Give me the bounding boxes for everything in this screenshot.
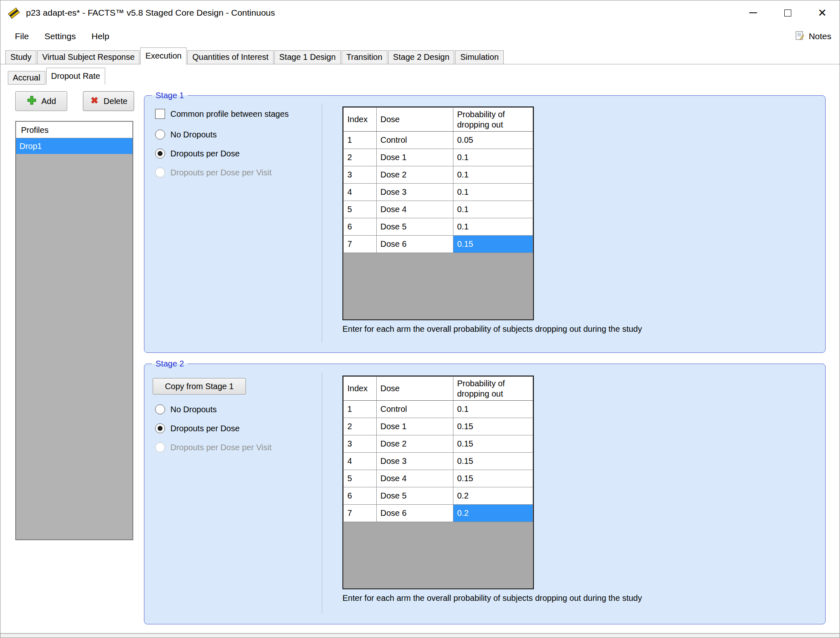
tab-virtual-subject-response[interactable]: Virtual Subject Response (37, 50, 139, 64)
stage1-dropout-table: IndexDoseProbability of dropping out1Con… (342, 106, 534, 320)
column-header[interactable]: Dose (377, 108, 453, 132)
column-header[interactable]: Index (344, 108, 377, 132)
radio-no-dropouts[interactable]: No Dropouts (155, 404, 217, 415)
table-cell[interactable]: 5 (344, 201, 377, 218)
table-cell[interactable]: Dose 6 (377, 505, 453, 522)
tab-quantities-of-interest[interactable]: Quantities of Interest (187, 50, 274, 64)
table-cell[interactable]: 7 (344, 236, 377, 253)
table-cell[interactable]: 6 (344, 218, 377, 236)
table-cell[interactable]: 0.1 (453, 201, 533, 218)
delete-button[interactable]: Delete (83, 91, 134, 111)
table-cell[interactable]: Dose 4 (377, 470, 453, 487)
table-cell[interactable]: 2 (344, 418, 377, 435)
table-cell[interactable]: Control (377, 132, 453, 149)
red-x-icon (90, 95, 99, 107)
table-cell[interactable]: 0.1 (453, 184, 533, 201)
table-cell[interactable]: Dose 6 (377, 236, 453, 253)
column-header[interactable]: Probability of dropping out (453, 108, 533, 132)
table-cell[interactable]: Dose 5 (377, 487, 453, 505)
table-cell[interactable]: 0.15 (453, 453, 533, 470)
table-cell[interactable]: Dose 2 (377, 435, 453, 453)
table-cell[interactable]: 0.1 (453, 401, 533, 418)
table-cell[interactable]: 0.15 (453, 435, 533, 453)
table-cell[interactable]: Dose 2 (377, 166, 453, 184)
profiles-list-header: Profiles (16, 122, 132, 138)
close-icon: ✕ (818, 7, 827, 18)
tab-stage-2-design[interactable]: Stage 2 Design (388, 50, 455, 64)
stage2-groupbox: Stage 2 Copy from Stage 1 No Dropouts Dr… (144, 364, 826, 624)
radio-dropouts-per-dose[interactable]: Dropouts per Dose (155, 148, 240, 159)
table-cell[interactable]: Dose 4 (377, 201, 453, 218)
copy-from-stage1-button[interactable]: Copy from Stage 1 (153, 378, 246, 395)
stage2-group-title: Stage 2 (152, 358, 188, 369)
delete-button-label: Delete (104, 97, 127, 106)
table-cell[interactable]: 2 (344, 149, 377, 166)
table-row: 3Dose 20.15 (344, 435, 533, 453)
radio-no-dropouts[interactable]: No Dropouts (155, 129, 217, 140)
table-cell[interactable]: 1 (344, 132, 377, 149)
maximize-button[interactable] (770, 0, 805, 25)
table-cell[interactable]: Dose 5 (377, 218, 453, 236)
table-cell[interactable]: 4 (344, 184, 377, 201)
title-bar: p23 adapt-es* - FACTS™ v5.8 Staged Core … (0, 0, 840, 25)
minimize-button[interactable] (736, 0, 770, 25)
table-cell[interactable]: 3 (344, 435, 377, 453)
table-cell[interactable]: 0.1 (453, 218, 533, 236)
app-window: p23 adapt-es* - FACTS™ v5.8 Staged Core … (0, 0, 840, 638)
table-cell[interactable]: 3 (344, 166, 377, 184)
table-cell[interactable]: 0.15 (453, 470, 533, 487)
dropout-rate-page: Add Delete Profiles Drop1 Stage 1 Common… (0, 85, 840, 634)
menu-item-file[interactable]: File (7, 25, 37, 47)
table-cell[interactable]: Dose 1 (377, 149, 453, 166)
table-cell[interactable]: 4 (344, 453, 377, 470)
table-cell[interactable]: 0.15 (453, 236, 533, 253)
tab-study[interactable]: Study (5, 50, 36, 64)
table-cell[interactable]: 0.2 (453, 505, 533, 522)
table-cell[interactable]: 6 (344, 487, 377, 505)
table-cell[interactable]: 0.1 (453, 149, 533, 166)
radio-dropouts-per-dose[interactable]: Dropouts per Dose (155, 423, 240, 434)
column-header[interactable]: Probability of dropping out (453, 377, 533, 401)
radio-icon-selected (155, 423, 165, 433)
stage1-table-caption: Enter for each arm the overall probabili… (342, 324, 642, 334)
menu-item-settings[interactable]: Settings (37, 25, 84, 47)
table-cell[interactable]: 0.05 (453, 132, 533, 149)
app-logo-icon[interactable] (7, 6, 20, 19)
tab-stage-1-design[interactable]: Stage 1 Design (274, 50, 341, 64)
subtab-dropout-rate[interactable]: Dropout Rate (46, 68, 105, 85)
checkbox-icon (155, 109, 165, 119)
close-button[interactable]: ✕ (805, 0, 840, 25)
main-tab-bar: StudyVirtual Subject ResponseExecutionQu… (0, 47, 840, 64)
table-cell[interactable]: 0.2 (453, 487, 533, 505)
table-cell[interactable]: 5 (344, 470, 377, 487)
table-row: 4Dose 30.1 (344, 184, 533, 201)
menu-bar: File Settings Help Notes (0, 25, 840, 47)
notes-button[interactable]: Notes (794, 30, 831, 43)
copy-from-stage1-button-label: Copy from Stage 1 (165, 382, 234, 391)
radio-dropouts-per-dose-per-visit-label: Dropouts per Dose per Visit (170, 443, 271, 452)
table-cell[interactable]: Dose 3 (377, 453, 453, 470)
menu-item-help[interactable]: Help (84, 25, 117, 47)
column-header[interactable]: Index (344, 377, 377, 401)
table-cell[interactable]: Dose 1 (377, 418, 453, 435)
column-header[interactable]: Dose (377, 377, 453, 401)
radio-icon (155, 130, 165, 139)
table-cell[interactable]: Control (377, 401, 453, 418)
tab-simulation[interactable]: Simulation (455, 50, 503, 64)
subtab-accrual[interactable]: Accrual (8, 71, 45, 85)
dropout-grid: IndexDoseProbability of dropping out1Con… (343, 107, 533, 253)
table-cell[interactable]: Dose 3 (377, 184, 453, 201)
table-cell[interactable]: 0.1 (453, 166, 533, 184)
table-cell[interactable]: 7 (344, 505, 377, 522)
table-cell[interactable]: 0.15 (453, 418, 533, 435)
window-controls: ✕ (736, 0, 840, 25)
profile-list-item[interactable]: Drop1 (16, 138, 132, 154)
tab-execution[interactable]: Execution (140, 47, 186, 64)
radio-dropouts-per-dose-label: Dropouts per Dose (170, 424, 240, 433)
common-profile-checkbox[interactable]: Common profile between stages (155, 108, 289, 120)
add-button[interactable]: Add (15, 91, 67, 111)
table-cell[interactable]: 1 (344, 401, 377, 418)
dropout-grid: IndexDoseProbability of dropping out1Con… (343, 376, 533, 522)
profiles-list-items: Drop1 (16, 138, 132, 154)
tab-transition[interactable]: Transition (342, 50, 387, 64)
